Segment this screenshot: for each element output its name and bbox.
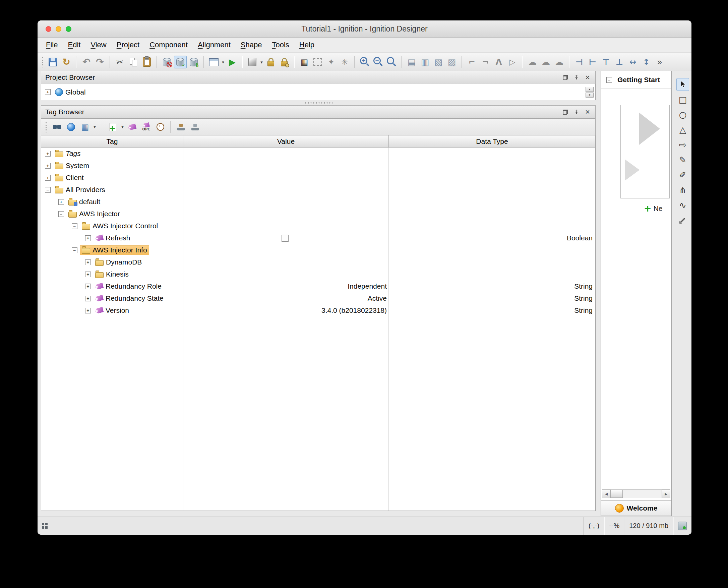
float-panel-icon[interactable] [563, 110, 568, 114]
send-backward-button[interactable]: ▤ [405, 56, 418, 68]
tree-node[interactable]: Client [53, 173, 86, 183]
menu-component[interactable]: Component [145, 39, 193, 50]
align-top-button[interactable]: ⊤ [600, 56, 612, 68]
edit-tags-button[interactable] [125, 120, 139, 134]
collapse-icon[interactable]: − [606, 77, 612, 83]
column-header-tag[interactable]: Tag [41, 135, 183, 147]
tree-node-selected[interactable]: AWS Injector Info [80, 245, 149, 255]
expander-icon[interactable]: + [45, 163, 50, 169]
opc-tag-button[interactable]: OPC [140, 120, 153, 134]
tree-node[interactable]: Version [93, 306, 131, 315]
expander-icon[interactable]: − [72, 247, 78, 253]
import-tags-button[interactable] [174, 120, 188, 134]
menu-tools[interactable]: Tools [267, 39, 294, 50]
comm-off-button[interactable] [160, 56, 173, 68]
menu-project[interactable]: Project [112, 39, 145, 50]
tree-row-system[interactable]: +System [41, 160, 595, 172]
tree-row-default[interactable]: +default [41, 196, 595, 208]
tag-table-view-caret[interactable]: ▾ [92, 121, 97, 133]
refresh-providers-button[interactable] [64, 120, 78, 134]
zoom-actual-button[interactable] [385, 56, 398, 68]
expander-icon[interactable]: + [85, 284, 91, 289]
column-header-datatype[interactable]: Data Type [389, 135, 595, 147]
move-to-front-button[interactable]: ▨ [446, 56, 458, 68]
redo-button[interactable]: ↷ [93, 56, 106, 68]
zoom-window-button[interactable] [66, 26, 71, 32]
line-tool-button[interactable]: ✐ [677, 169, 689, 181]
scroll-left-button[interactable]: ◀ [602, 489, 611, 498]
tree-row-dynamodb[interactable]: +DynamoDB [41, 256, 595, 268]
menu-view[interactable]: View [85, 39, 111, 50]
pin-panel-icon[interactable] [574, 109, 579, 114]
getting-started-thumbnail[interactable] [620, 105, 670, 198]
tree-row-refresh[interactable]: +Refresh Boolean [41, 232, 595, 244]
tree-row-redundancy-state[interactable]: +Redundancy State Active String [41, 292, 595, 304]
tree-row-aws-injector[interactable]: −AWS Injector [41, 208, 595, 220]
pencil-tool-button[interactable]: ✎ [677, 153, 689, 166]
value-cell[interactable]: 3.4.0 (b2018022318) [183, 307, 389, 314]
tree-row-all-providers[interactable]: −All Providers [41, 184, 595, 196]
value-cell[interactable]: Independent [183, 282, 389, 290]
toolbar-grip[interactable] [41, 57, 44, 67]
rotate-left-button[interactable]: ⌐ [466, 56, 478, 68]
welcome-tab[interactable]: Welcome [601, 501, 672, 516]
component-palette-caret[interactable]: ▾ [259, 56, 264, 68]
getting-started-header[interactable]: − Getting Start [601, 71, 671, 89]
value-checkbox[interactable] [281, 235, 288, 242]
cut-button[interactable]: ✂ [114, 56, 126, 68]
close-panel-icon[interactable]: × [585, 74, 590, 82]
tree-node[interactable]: Refresh [93, 233, 132, 243]
tree-node-global[interactable]: Global [53, 87, 88, 97]
arrow-tool-button[interactable]: ⇨ [677, 139, 689, 151]
send-forward-button[interactable]: ▥ [419, 56, 431, 68]
skew-button[interactable]: Λ [492, 56, 505, 68]
tree-row-version[interactable]: +Version 3.4.0 (b2018022318) String [41, 304, 595, 316]
column-header-value[interactable]: Value [183, 135, 389, 147]
tree-node[interactable]: Redundancy State [93, 293, 166, 303]
component-palette-button[interactable] [246, 56, 259, 68]
select-components-button[interactable]: ✦ [325, 56, 338, 68]
tree-row-redundancy-role[interactable]: +Redundancy Role Independent String [41, 280, 595, 292]
undo-button[interactable]: ↶ [80, 56, 93, 68]
tree-row-global[interactable]: + Global [41, 84, 595, 100]
node-tool-button[interactable]: ⋔ [677, 184, 689, 196]
tree-node[interactable]: Tags [53, 148, 83, 159]
expander-icon[interactable]: − [72, 223, 78, 229]
tree-node[interactable]: DynamoDB [93, 257, 144, 267]
new-tag-caret[interactable]: ▾ [120, 121, 125, 133]
selection-marquee-button[interactable] [312, 56, 324, 68]
open-window-button[interactable] [208, 56, 220, 68]
expander-icon[interactable]: + [85, 308, 91, 313]
tree-node[interactable]: Redundancy Role [93, 281, 164, 291]
align-right-button[interactable]: ⊢ [586, 56, 599, 68]
tree-node[interactable]: All Providers [53, 185, 107, 195]
security-key-button[interactable] [278, 56, 291, 68]
value-cell[interactable]: Active [183, 294, 389, 302]
align-bottom-button[interactable]: ⊥ [613, 56, 626, 68]
tree-row-client[interactable]: +Client [41, 172, 595, 184]
rectangle-tool-button[interactable]: □ [677, 93, 689, 106]
expander-icon[interactable]: + [45, 89, 50, 95]
menu-edit[interactable]: Edit [63, 39, 85, 50]
pin-panel-icon[interactable] [574, 75, 579, 80]
panel-splitter[interactable] [41, 100, 596, 105]
memory-status-cell[interactable] [673, 517, 691, 535]
scroll-right-button[interactable]: ▶ [662, 489, 670, 498]
close-window-button[interactable] [46, 26, 51, 32]
burst-tool-button[interactable]: ✳ [338, 56, 351, 68]
shape-union-button[interactable]: ☁ [526, 56, 539, 68]
find-tags-button[interactable] [50, 120, 64, 134]
scrollbar-thumb[interactable] [611, 490, 623, 498]
export-tags-button[interactable] [188, 120, 202, 134]
toolbar-overflow-button[interactable]: » [653, 56, 666, 68]
tag-scan-button[interactable] [153, 120, 167, 134]
zoom-in-button[interactable]: + [358, 56, 371, 68]
tree-node[interactable]: Kinesis [93, 269, 131, 279]
security-lock-button[interactable] [264, 56, 277, 68]
update-project-button[interactable]: ↻ [60, 56, 73, 68]
new-tag-button[interactable]: + [106, 120, 120, 134]
expander-icon[interactable]: − [58, 211, 64, 217]
save-button[interactable] [47, 56, 59, 68]
minimize-window-button[interactable] [56, 26, 61, 32]
window-grid-icon[interactable] [42, 523, 48, 529]
